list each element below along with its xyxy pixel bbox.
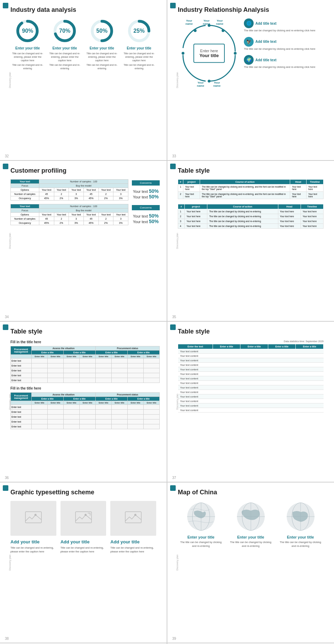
th-head: Head bbox=[290, 180, 307, 184]
gt-card-title-2: Add your title bbox=[61, 539, 106, 544]
date-label: Data statistics time: September 2029 bbox=[174, 340, 324, 343]
svg-point-17 bbox=[85, 514, 87, 516]
rel-item-1: 🌐 Add title text The title can be change… bbox=[244, 18, 327, 33]
proc-table-1: Procurement management Assess the situat… bbox=[10, 346, 160, 383]
circle-title-1: Enter your title bbox=[15, 46, 40, 50]
slide-35: Discovery plan Table style # project Cou… bbox=[167, 161, 334, 321]
table-row: 1 Your text here The title can be change… bbox=[178, 184, 324, 192]
slide-num-34: 34 bbox=[5, 315, 9, 319]
slide-36: Discovery plan Table style Fill in the t… bbox=[0, 322, 167, 482]
th-project: project bbox=[183, 180, 200, 184]
ts-table-2: # project Course of action Head Timeline… bbox=[178, 204, 324, 229]
data-row: Your text content bbox=[178, 381, 324, 385]
slide-icon-37 bbox=[170, 324, 176, 330]
rel-icon-3: 🌍 bbox=[244, 55, 254, 65]
slide-title-34: Customer profiling bbox=[10, 167, 160, 174]
cp-table-2: Your text Number of samples : 100 Focus … bbox=[10, 204, 128, 225]
proc-table-2: Procurement management Assess the situat… bbox=[10, 392, 160, 429]
data-th-1: Enter the text bbox=[178, 344, 213, 349]
data-th-5: Enter a title bbox=[296, 344, 324, 349]
data-row: Your text content bbox=[178, 385, 324, 390]
slide-33: Discovery plan Industry Relationship Ana… bbox=[167, 0, 334, 160]
rel-center: Enter here Your title bbox=[193, 44, 225, 63]
cp-pct-1: Your text 50% bbox=[133, 188, 159, 194]
svg-point-11 bbox=[182, 52, 184, 55]
rel-item-desc-3: The title can be changed by clicking and… bbox=[244, 65, 327, 69]
slide-num-35: 35 bbox=[172, 315, 176, 319]
rel-node-topleft: Yourname bbox=[185, 19, 193, 25]
gt-img-2 bbox=[61, 501, 106, 536]
circle-desc-2: Title can be changed and re-entering, pl… bbox=[48, 52, 82, 62]
svg-point-12 bbox=[222, 29, 224, 32]
rel-node-botleft: Yourname bbox=[197, 81, 204, 87]
circle-item-1: 90% Enter your title Title can be change… bbox=[10, 18, 45, 70]
globe-title-2: Enter your title bbox=[237, 535, 264, 539]
svg-point-10 bbox=[208, 80, 210, 83]
slide-34: Discovery plan Customer profiling Your t… bbox=[0, 161, 167, 321]
rel-item-3: 🌍 Add title text The title can be change… bbox=[244, 55, 327, 69]
gt-card-1: Add your title Title can be changed and … bbox=[10, 501, 56, 554]
rel-item-title-2: 🦅 Add title text bbox=[244, 37, 327, 47]
table-row: 2 Your text here The title can be change… bbox=[178, 214, 324, 219]
rel-diagram: Yourname Yourname Yourname Yourname Your… bbox=[178, 18, 240, 88]
th-project2: project bbox=[184, 204, 207, 209]
slide-title-37: Table style bbox=[178, 328, 327, 335]
globe-svg-1 bbox=[182, 501, 220, 532]
slide-icon-36 bbox=[3, 324, 8, 330]
table-row: 3 Your text here The title can be change… bbox=[178, 219, 324, 224]
globe-item-1: Enter your title The title can be change… bbox=[178, 501, 224, 548]
cp-pct-3: Your text 50% bbox=[133, 213, 159, 219]
cp-concern-2: Concerns Your text 50% Your text 50% bbox=[132, 204, 160, 225]
svg-point-13 bbox=[194, 29, 197, 32]
donut-1: 90% bbox=[15, 18, 40, 44]
slide-num-36: 36 bbox=[5, 476, 9, 480]
data-th-3: Enter a title bbox=[240, 344, 268, 349]
circle-desc2-3: Title can be changed and re-entering bbox=[85, 63, 119, 70]
circle-desc2-2: Title can be changed and re-entering bbox=[48, 63, 82, 70]
slide-num-39: 39 bbox=[172, 637, 176, 641]
donut-label-1: 90% bbox=[22, 28, 33, 34]
globe-item-3: Enter your title The title can be change… bbox=[277, 501, 324, 548]
globe-desc-2: The title can be changed by clicking and… bbox=[228, 541, 274, 548]
slide-39: Discovery plan Map of China Enter your t… bbox=[167, 482, 334, 643]
slide-label-37: Discovery plan bbox=[176, 394, 178, 410]
rel-item-desc-2: The title can be changed by clicking and… bbox=[244, 47, 327, 51]
rel-item-title-3: 🌍 Add title text bbox=[244, 55, 327, 65]
circles-row: 90% Enter your title Title can be change… bbox=[10, 18, 156, 70]
data-row: Your text content bbox=[178, 390, 324, 394]
slide-title-33: Industry Relationship Analysis bbox=[178, 6, 327, 14]
circle-item-3: 50% Enter your title Title can be change… bbox=[85, 18, 119, 70]
fill-title-2: Fill in the title here bbox=[10, 386, 160, 390]
cp-table-wrap-2: Your text Number of samples : 100 Focus … bbox=[10, 204, 160, 225]
donut-3: 50% bbox=[89, 18, 114, 44]
slide-title-35: Table style bbox=[178, 167, 327, 174]
slide-num-32: 32 bbox=[5, 154, 9, 158]
slide-icon-32 bbox=[3, 3, 8, 8]
svg-point-9 bbox=[234, 52, 237, 55]
circle-desc-3: Title can be changed and re-entering, pl… bbox=[85, 52, 119, 62]
circle-desc2-1: Title can be changed and re-entering bbox=[10, 63, 45, 70]
gt-card-desc-2: Title can be changed and re-entering, pl… bbox=[61, 546, 106, 554]
table-row: 4 Your text here The title can be change… bbox=[178, 224, 324, 229]
donut-4: 25% bbox=[127, 18, 152, 44]
gt-card-3: Add your title Title can be changed and … bbox=[110, 501, 156, 554]
rel-side: 🌐 Add title text The title can be change… bbox=[244, 18, 327, 88]
slide-38: Discovery plan Graphic typesetting schem… bbox=[0, 482, 167, 643]
globe-item-2: Enter your title The title can be change… bbox=[228, 501, 274, 548]
circle-desc-1: Title can be changed and re-entering, pl… bbox=[10, 52, 45, 62]
globe-title-3: Enter your title bbox=[287, 535, 314, 539]
circle-title-4: Enter your title bbox=[127, 46, 151, 50]
slide-title-32: Industry data analysis bbox=[10, 6, 160, 14]
donut-2: 70% bbox=[52, 18, 77, 44]
cp-table-1: Your text Number of samples : 100 Focus … bbox=[10, 179, 128, 201]
rel-item-title-1: 🌐 Add title text bbox=[244, 18, 327, 28]
globe-svg-2 bbox=[232, 501, 270, 532]
th-head2: Head bbox=[278, 204, 301, 209]
slide-32: Discovery plan Industry data analysis 90… bbox=[0, 0, 167, 160]
th-timeline: Timeline bbox=[307, 180, 324, 184]
data-row: Your text content bbox=[178, 399, 324, 403]
slide-icon-34 bbox=[3, 164, 8, 169]
circle-item-4: 25% Enter your title Title can be change… bbox=[122, 18, 156, 70]
rel-node-botright: Yourname bbox=[213, 81, 221, 87]
slide-num-33: 33 bbox=[172, 154, 176, 158]
